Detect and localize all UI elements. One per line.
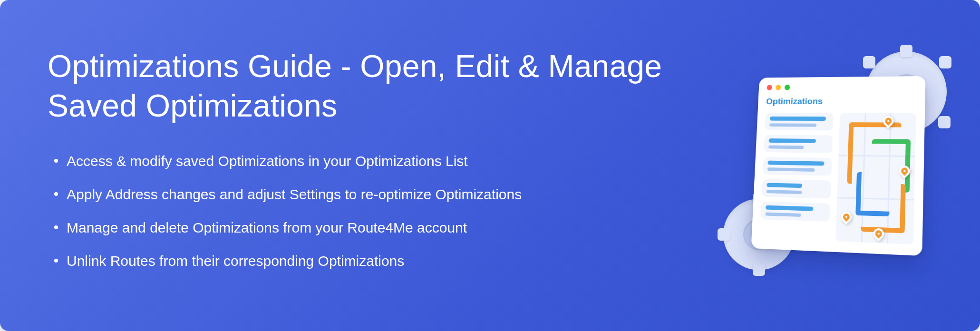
hero-banner: Optimizations Guide - Open, Edit & Manag… [0,0,980,331]
window-controls [767,84,917,90]
list-item [763,157,832,176]
map-pin-icon [839,209,854,224]
card-body [760,113,916,244]
minimize-dot-icon [776,85,781,90]
bullet-item: Access & modify saved Optimizations in y… [48,151,718,171]
list-pane [760,113,834,241]
bullet-item: Apply Address changes and adjust Setting… [48,185,718,204]
page-title: Optimizations Guide - Open, Edit & Manag… [48,47,718,125]
card-title: Optimizations [766,96,917,107]
list-item [764,135,833,153]
app-window-illustration: Optimizations [751,76,926,256]
bullet-item: Manage and delete Optimizations from you… [48,218,718,238]
route-line-icon [861,183,906,233]
hero-illustration: Optimizations [737,66,937,265]
maximize-dot-icon [785,85,790,90]
feature-bullet-list: Access & modify saved Optimizations in y… [48,151,718,271]
list-item [762,179,831,198]
text-content: Optimizations Guide - Open, Edit & Manag… [48,47,737,284]
map-pane [835,113,916,245]
close-dot-icon [767,85,772,90]
list-item [765,113,834,130]
list-item [761,201,831,222]
bullet-item: Unlink Routes from their corresponding O… [48,251,718,271]
